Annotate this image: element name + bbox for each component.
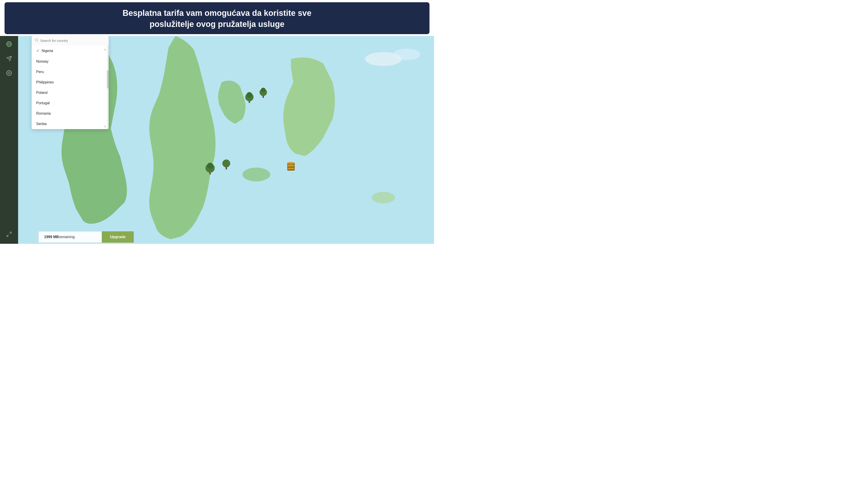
map-area: ✓NigeriaNorwayPeruPhilippinesPolandPortu… [18, 36, 434, 244]
country-item-portugal[interactable]: Portugal [32, 98, 108, 108]
svg-line-5 [7, 235, 9, 236]
svg-point-17 [207, 163, 213, 169]
app-container: ✓NigeriaNorwayPeruPhilippinesPolandPortu… [0, 36, 434, 244]
svg-point-27 [35, 39, 38, 41]
svg-rect-22 [288, 167, 294, 168]
country-item-poland[interactable]: Poland [32, 88, 108, 98]
country-label: Peru [36, 70, 44, 74]
country-item-peru[interactable]: Peru [32, 67, 108, 77]
svg-rect-23 [288, 169, 294, 170]
banner-line1: Besplatna tarifa vam omogućava da korist… [23, 8, 411, 19]
country-label: Portugal [36, 101, 50, 105]
check-icon: ✓ [36, 48, 39, 53]
scrollbar-track [107, 45, 108, 129]
country-label: Philippines [36, 80, 54, 84]
upgrade-button[interactable]: Upgrade [102, 231, 134, 242]
svg-point-8 [372, 192, 395, 203]
svg-point-11 [247, 92, 252, 98]
data-remaining-bar: 1999 MB remaining [38, 231, 102, 242]
bottom-bar: 1999 MB remaining Upgrade [36, 230, 434, 244]
svg-point-24 [288, 162, 294, 164]
svg-point-7 [242, 168, 270, 182]
svg-point-3 [8, 72, 10, 74]
country-item-norway[interactable]: Norway [32, 56, 108, 67]
countries-container: ✓NigeriaNorwayPeruPhilippinesPolandPortu… [32, 45, 108, 129]
chevron-down-icon [104, 125, 106, 128]
sidebar [0, 36, 18, 244]
country-list: ✓NigeriaNorwayPeruPhilippinesPolandPortu… [32, 45, 108, 129]
data-text: remaining [59, 235, 75, 239]
settings-icon[interactable] [4, 68, 14, 78]
svg-point-14 [261, 88, 266, 92]
banner-line2: poslužitelje ovog pružatelja usluge [23, 19, 411, 30]
country-label: Romania [36, 111, 51, 116]
svg-point-26 [393, 48, 421, 60]
data-bold: 1999 MB [44, 235, 59, 239]
send-icon[interactable] [4, 54, 14, 64]
top-banner: Besplatna tarifa vam omogućava da korist… [4, 2, 430, 34]
country-item-nigeria[interactable]: ✓Nigeria [32, 45, 108, 56]
country-label: Norway [36, 60, 49, 64]
sidebar-bottom [4, 229, 14, 239]
scroll-arrow-down[interactable] [104, 125, 106, 128]
search-icon [35, 38, 38, 43]
globe-icon[interactable] [4, 39, 14, 49]
country-label: Poland [36, 91, 48, 95]
svg-line-4 [9, 232, 11, 234]
country-dropdown: ✓NigeriaNorwayPeruPhilippinesPolandPortu… [32, 36, 108, 129]
country-label: Nigeria [42, 49, 53, 53]
chevron-up-icon [104, 48, 106, 51]
country-label: Serbia [36, 122, 46, 126]
country-item-romania[interactable]: Romania [32, 108, 108, 119]
scrollbar-thumb[interactable] [107, 70, 108, 89]
country-item-philippines[interactable]: Philippines [32, 77, 108, 88]
search-input[interactable] [40, 39, 105, 42]
country-item-serbia[interactable]: Serbia [32, 119, 108, 129]
collapse-icon[interactable] [4, 229, 14, 239]
svg-point-19 [222, 159, 230, 167]
search-box[interactable] [32, 36, 108, 45]
svg-line-28 [37, 41, 38, 41]
scroll-arrow-up[interactable] [104, 48, 106, 51]
